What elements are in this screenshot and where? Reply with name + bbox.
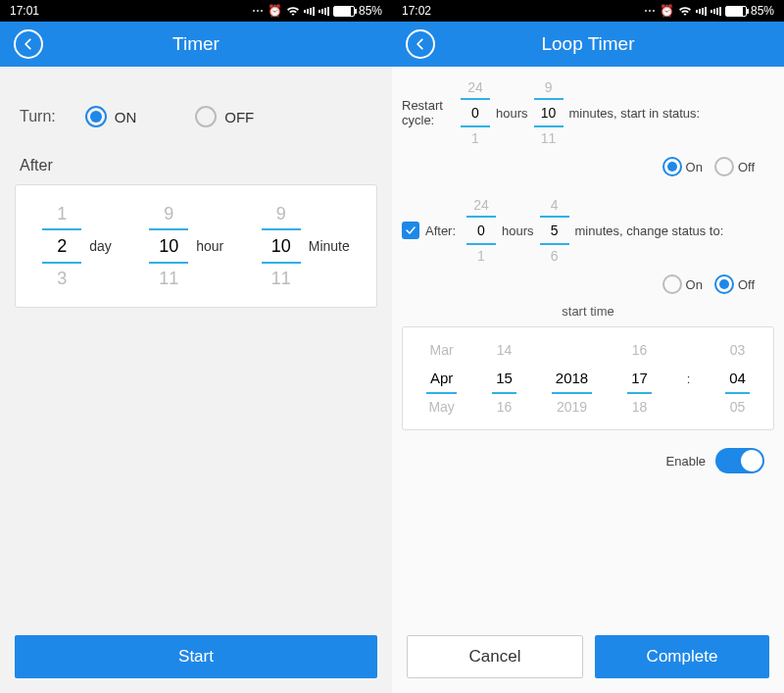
datetime-picker: Mar Apr May 14 15 16 2018 2019 16 17 18 …: [402, 326, 774, 430]
radio-off-label: OFF: [224, 109, 254, 125]
page-title: Timer: [0, 33, 392, 55]
month-picker[interactable]: Mar Apr May: [426, 337, 457, 420]
alarm-icon: ⏰: [660, 4, 674, 18]
turn-label: Turn:: [20, 108, 56, 125]
dt-hour-picker[interactable]: 16 17 18: [627, 337, 652, 420]
cancel-button[interactable]: Cancel: [407, 635, 583, 678]
header: Timer: [0, 22, 392, 67]
signal-icon-1: [304, 6, 315, 16]
after-checkbox[interactable]: [402, 222, 419, 239]
start-time-label: start time: [402, 304, 774, 319]
battery-pct: 85%: [751, 4, 774, 18]
day-picker[interactable]: 14 15 16: [492, 337, 516, 420]
after-minutes-picker[interactable]: 4 5 6: [540, 194, 569, 267]
status1-off-radio[interactable]: Off: [714, 157, 755, 176]
more-icon: ⋯: [252, 4, 264, 18]
day-unit: day: [89, 238, 112, 254]
radio-on-label: ON: [115, 109, 137, 125]
after-label: After:: [425, 223, 461, 238]
content-area: Restart cycle: 24 0 1 hours 9 10 11 minu…: [392, 67, 784, 620]
hour-unit: hour: [196, 238, 223, 254]
minute-picker[interactable]: 9 10 11: [262, 199, 301, 293]
status-bar: 17:02 ⋯ ⏰ 85%: [392, 0, 784, 22]
status-icons: ⋯ ⏰ 85%: [252, 4, 382, 18]
signal-icon-2: [710, 6, 721, 16]
cycle-minutes-picker[interactable]: 9 10 11: [534, 76, 564, 149]
radio-on[interactable]: ON: [85, 106, 137, 127]
duration-picker: 1 2 3 day 9 10 11 hour 9 10 11: [15, 184, 377, 308]
after-label: After: [0, 157, 392, 184]
radio-icon-on: [85, 106, 107, 127]
cycle-hours-picker[interactable]: 24 0 1: [461, 76, 490, 149]
dt-minute-picker[interactable]: 03 04 05: [725, 337, 750, 420]
phone-right: 17:02 ⋯ ⏰ 85% Loop Timer Restart cycle: …: [392, 0, 784, 693]
phone-left: 17:01 ⋯ ⏰ 85% Timer Turn: ON: [0, 0, 392, 693]
back-button[interactable]: [406, 29, 435, 59]
status2-off-radio[interactable]: Off: [714, 274, 755, 294]
battery-pct: 85%: [359, 4, 382, 18]
start-button[interactable]: Start: [15, 635, 377, 678]
page-title: Loop Timer: [392, 33, 784, 55]
radio-icon: [662, 274, 682, 294]
more-icon: ⋯: [644, 4, 656, 18]
enable-label: Enable: [666, 454, 706, 469]
time-colon: :: [687, 371, 691, 386]
year-picker[interactable]: 2018 2019: [552, 337, 592, 420]
battery-icon: [725, 6, 747, 17]
battery-icon: [333, 6, 355, 17]
day-picker[interactable]: 1 2 3: [42, 199, 81, 293]
after-hours-picker[interactable]: 24 0 1: [466, 194, 496, 267]
radio-icon-off: [195, 106, 217, 127]
wifi-icon: [678, 6, 692, 17]
hours-unit: hours: [502, 223, 534, 238]
radio-off[interactable]: OFF: [195, 106, 254, 127]
alarm-icon: ⏰: [268, 4, 282, 18]
chevron-left-icon: [22, 37, 35, 51]
hour-picker[interactable]: 9 10 11: [149, 199, 188, 293]
header: Loop Timer: [392, 22, 784, 67]
restart-cycle-label: Restart cycle:: [402, 98, 455, 127]
hours-unit: hours: [496, 106, 528, 121]
enable-toggle[interactable]: [715, 448, 764, 473]
status-icons: ⋯ ⏰ 85%: [644, 4, 774, 18]
status1-on-radio[interactable]: On: [662, 157, 703, 176]
wifi-icon: [286, 6, 300, 17]
minute-unit: Minute: [309, 238, 350, 254]
status2-on-radio[interactable]: On: [662, 274, 703, 294]
minutes-change-label: minutes, change status to:: [575, 223, 774, 238]
signal-icon-2: [318, 6, 329, 16]
status-time: 17:02: [402, 4, 431, 18]
radio-icon: [714, 157, 734, 176]
content-area: Turn: ON OFF After 1 2 3 day: [0, 67, 392, 693]
status-bar: 17:01 ⋯ ⏰ 85%: [0, 0, 392, 22]
minutes-status-label: minutes, start in status:: [569, 106, 774, 121]
complete-button[interactable]: Complete: [595, 635, 769, 678]
back-button[interactable]: [14, 29, 43, 59]
radio-icon: [714, 274, 734, 294]
status-time: 17:01: [10, 4, 39, 18]
signal-icon-1: [696, 6, 707, 16]
chevron-left-icon: [414, 37, 427, 51]
radio-icon: [662, 157, 682, 176]
